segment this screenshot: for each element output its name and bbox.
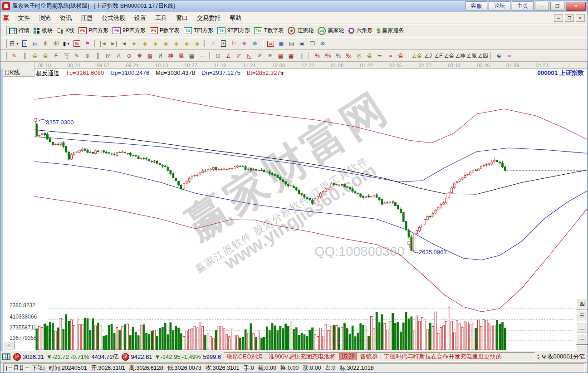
tool-data-tools[interactable]: ⚙: [318, 39, 328, 49]
toolbar-button-quotes[interactable]: 行情: [9, 27, 29, 34]
toolbar-button-kline[interactable]: K线: [57, 27, 74, 34]
menu-item-工具[interactable]: 工具: [151, 13, 172, 23]
draw-angle-pencil[interactable]: ✎: [72, 51, 82, 61]
toolbar-button-t-number-table[interactable]: TNT数字表: [254, 27, 284, 34]
menu-item-资讯[interactable]: 资讯: [55, 13, 76, 23]
tool-color-flag[interactable]: ⚑: [82, 39, 93, 49]
draw-bar-count[interactable]: ╫: [93, 51, 103, 61]
tool-diamond-left[interactable]: ◈: [140, 39, 150, 49]
draw-trend-lines[interactable]: ✐: [255, 51, 265, 61]
draw-mirror-axis[interactable]: A: [113, 51, 124, 61]
tool-diamond-right[interactable]: ◈: [150, 39, 161, 49]
draw-gold-level[interactable]: 金: [364, 51, 375, 61]
tool-flag-marker[interactable]: ⚐: [229, 39, 239, 49]
menu-item-江恩[interactable]: 江恩: [76, 13, 97, 23]
menu-item-浏览[interactable]: 浏览: [34, 13, 55, 23]
draw-gold-grid-2[interactable]: 金: [40, 51, 51, 61]
draw-fan-box[interactable]: ◸: [234, 51, 244, 61]
restore-button[interactable]: ❐: [550, 2, 564, 11]
pane-button-四[interactable]: 四: [576, 299, 588, 309]
toolbar-button-p-square[interactable]: P3P四方形: [78, 27, 108, 34]
tick-feed-label[interactable]: 收000001分笔: [548, 353, 585, 361]
draw-gold-grid-1[interactable]: 金: [30, 51, 40, 61]
toolbar-button-winner-service[interactable]: $赢家服务: [377, 27, 404, 34]
tool-bars-3[interactable]: ılı: [40, 39, 51, 49]
draw-permille[interactable]: ‰: [343, 51, 354, 61]
close-button[interactable]: ✕: [566, 2, 586, 11]
draw-marker-pen[interactable]: ✒: [375, 51, 385, 61]
news-ticker[interactable]: 联席CEO刘涛：准900V超快充固态电池将 15:29 曾毓群：宁德时代与特斯拉…: [224, 352, 535, 362]
tool-next-bar[interactable]: ►: [129, 39, 140, 49]
draw-angle-gold2[interactable]: ∠金: [444, 51, 455, 61]
tool-diamond-all[interactable]: ◈: [192, 39, 202, 49]
tool-first-page[interactable]: |◄: [98, 39, 108, 49]
menu-item-文件[interactable]: 文件: [14, 13, 34, 23]
menu-item-窗口[interactable]: 窗口: [172, 13, 192, 23]
mdi-minimize-button[interactable]: ─: [554, 14, 563, 22]
tool-diamond-h[interactable]: ◈: [161, 39, 171, 49]
draw-gold-circle[interactable]: ◎: [354, 51, 364, 61]
draw-num-grid[interactable]: ▦: [186, 51, 197, 61]
draw-price-grid-2[interactable]: ▦: [286, 51, 296, 61]
period-tab[interactable]: 日K线: [4, 69, 20, 77]
menu-item-公式选股[interactable]: 公式选股: [97, 13, 130, 23]
draw-gold-band[interactable]: 金: [396, 51, 406, 61]
menu-item-设置[interactable]: 设置: [130, 13, 151, 23]
menu-item-帮助[interactable]: 帮助: [225, 13, 246, 23]
draw-coil-grid[interactable]: 丂: [61, 51, 72, 61]
tool-jifan-channel[interactable]: 极: [72, 39, 82, 49]
draw-swing-mark[interactable]: И: [155, 51, 166, 61]
draw-f-grid[interactable]: F: [51, 51, 61, 61]
toolbar-button-p9-square[interactable]: P99P四方形: [113, 27, 146, 34]
pane-button-一[interactable]: 一: [576, 334, 588, 345]
draw-shen-tool[interactable]: 神: [166, 51, 176, 61]
draw-infinity[interactable]: ∞: [505, 51, 515, 61]
draw-ying-tool[interactable]: 赢: [176, 51, 186, 61]
titlebar-link-0[interactable]: 客服: [466, 1, 487, 11]
pane-button-三[interactable]: 三: [576, 310, 588, 321]
toolbar-button-p-number-table[interactable]: PNP数字表: [150, 27, 180, 34]
titlebar-link-1[interactable]: 论坛: [489, 1, 510, 11]
tool-window-switch[interactable]: ❐: [307, 39, 318, 49]
tool-crosshair-tool[interactable]: +: [218, 39, 229, 49]
tool-diamond-x[interactable]: ◈: [171, 39, 181, 49]
menu-item-交易委托[interactable]: 交易委托: [192, 13, 225, 23]
tool-last-page[interactable]: ►|: [108, 39, 119, 49]
draw-price-grid-1[interactable]: ▦: [275, 51, 286, 61]
draw-wave-band[interactable]: ≈: [385, 51, 396, 61]
mdi-restore-button[interactable]: ❐: [565, 14, 574, 22]
tool-prev-bar[interactable]: ◄: [119, 39, 129, 49]
draw-box-plot[interactable]: ⊞: [213, 51, 223, 61]
pane-button-二[interactable]: 二: [576, 322, 588, 333]
tool-period-day-selector[interactable]: 日▼: [9, 39, 20, 49]
tool-calculator[interactable]: ▦: [276, 39, 286, 49]
news-scroll-spinner[interactable]: ▲▼: [537, 353, 540, 360]
draw-angle-gold[interactable]: ∠金: [412, 51, 423, 61]
draw-taiji[interactable]: ☯: [494, 51, 505, 61]
mdi-close-button[interactable]: ✕: [576, 14, 585, 22]
tool-diamond-v[interactable]: ◈: [181, 39, 192, 49]
draw-red-target[interactable]: ⊕: [124, 51, 134, 61]
draw-parallel-lines[interactable]: ∥: [296, 51, 307, 61]
draw-percent-fan[interactable]: /%: [323, 51, 333, 61]
draw-starburst[interactable]: ❋: [134, 51, 145, 61]
draw-angle-f[interactable]: ∠F: [433, 51, 444, 61]
tool-calendar[interactable]: 21: [265, 39, 276, 49]
titlebar-link-2[interactable]: 主页: [512, 1, 534, 11]
draw-span-arrows[interactable]: ↔: [197, 51, 207, 61]
minimize-button[interactable]: ─: [535, 2, 549, 11]
tool-notebook[interactable]: ▤: [286, 39, 297, 49]
draw-web-grid[interactable]: ▩: [145, 51, 155, 61]
tool-bars-9[interactable]: ılıl: [51, 39, 61, 49]
news-item-1[interactable]: 联席CEO刘涛：准900V超快充固态电池将: [226, 353, 336, 361]
draw-n-square[interactable]: n²: [103, 51, 113, 61]
draw-angle-j[interactable]: ∠J: [423, 51, 433, 61]
toolbar-button-t-square[interactable]: T3T四方形: [184, 27, 213, 34]
toolbar-button-winner-wheel[interactable]: Big赢家轮: [318, 27, 344, 35]
toolbar-button-hexagon[interactable]: 六角形: [348, 27, 372, 34]
news-item-2[interactable]: 曾毓群：宁德时代与特斯拉在合作开发充电速度更快的: [360, 353, 502, 361]
draw-percent-ladder[interactable]: %: [312, 51, 323, 61]
draw-circle-cycle[interactable]: ⊕: [82, 51, 93, 61]
tool-wave-style[interactable]: ≈: [20, 39, 30, 49]
quotes-mini-icon[interactable]: [2, 353, 10, 360]
